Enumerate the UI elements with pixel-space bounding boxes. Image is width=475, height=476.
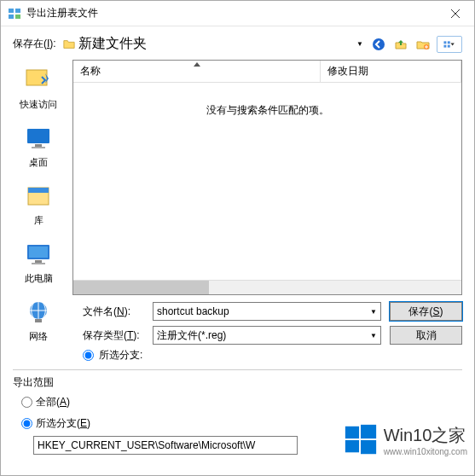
svg-rect-13 [35,144,42,147]
svg-rect-12 [27,129,49,143]
chevron-down-icon: ▼ [370,332,377,340]
save-form: 文件名(N): shortcut backup ▼ 保存(S) 保存类型(T):… [1,295,474,346]
svg-rect-16 [28,188,49,193]
file-list-pane: 名称 修改日期 没有与搜索条件匹配的项。 [72,60,462,295]
new-folder-icon [416,38,430,51]
cancel-button[interactable]: 取消 [390,326,462,345]
export-scope-group: 导出范围 全部(A) 所选分支(E) HKEY_CURRENT_USER\Sof… [1,370,474,463]
save-in-label: 保存在(I): [13,37,56,51]
svg-point-4 [373,38,385,50]
svg-rect-22 [35,319,42,322]
sidebar-item-libraries[interactable]: 库 [13,181,64,227]
svg-rect-18 [29,247,48,258]
svg-rect-9 [448,44,450,47]
sidebar-item-this-pc[interactable]: 此电脑 [13,239,64,285]
svg-rect-23 [345,427,358,438]
sidebar-item-network[interactable]: 网络 [13,297,64,343]
nav-toolbar [370,36,462,53]
quick-access-icon [23,65,54,96]
places-sidebar: 快速访问 桌面 库 此电脑 网络 [13,60,64,295]
desktop-icon [23,123,54,154]
svg-rect-20 [32,263,45,264]
file-list-body[interactable]: 没有与搜索条件匹配的项。 [73,83,461,280]
branch-path-input[interactable]: HKEY_CURRENT_USER\Software\Microsoft\W [33,436,298,455]
svg-rect-26 [361,440,376,454]
regedit-icon [8,7,21,20]
network-icon [23,297,54,328]
chevron-down-icon: ▼ [356,40,363,48]
watermark: Win10之家 www.win10xitong.com [343,422,467,458]
windows-logo-icon [343,422,379,458]
sidebar-item-desktop[interactable]: 桌面 [13,123,64,169]
column-modified[interactable]: 修改日期 [321,61,461,82]
export-scope-legend: 导出范围 [13,375,462,390]
up-button[interactable] [392,36,409,53]
svg-rect-0 [9,9,14,13]
svg-rect-3 [15,15,20,19]
filetype-dropdown[interactable]: 注册文件(*.reg) ▼ [153,326,381,345]
svg-rect-8 [448,41,450,44]
svg-rect-6 [443,41,446,44]
new-folder-button[interactable] [414,36,432,53]
sidebar-item-label: 快速访问 [20,98,57,111]
view-menu-icon [443,38,456,51]
view-menu-button[interactable] [437,36,462,53]
branch-indicator-row: 所选分支: [1,346,474,368]
titlebar: 导出注册表文件 [1,1,474,26]
svg-rect-2 [9,15,14,19]
svg-rect-7 [443,44,446,47]
sidebar-item-label: 库 [34,214,43,227]
sidebar-item-label: 此电脑 [25,272,53,285]
main-area: 快速访问 桌面 库 此电脑 网络 名称 修改日期 没有与搜索条件匹配的项。 [1,60,474,295]
svg-rect-25 [345,440,358,452]
window-title: 导出注册表文件 [26,6,436,20]
branch-radio-inline-label: 所选分支: [99,348,142,363]
close-icon [451,9,460,18]
svg-rect-24 [361,425,376,438]
watermark-title: Win10之家 [384,424,467,447]
save-button[interactable]: 保存(S) [390,302,462,321]
close-button[interactable] [436,1,474,26]
column-headers: 名称 修改日期 [73,61,461,83]
chevron-down-icon: ▼ [370,308,377,316]
sidebar-item-quick-access[interactable]: 快速访问 [13,65,64,111]
watermark-url: www.win10xitong.com [384,447,467,456]
filename-label: 文件名(N): [83,305,144,319]
empty-message: 没有与搜索条件匹配的项。 [206,103,329,118]
svg-rect-14 [32,147,45,148]
column-name[interactable]: 名称 [73,61,321,82]
filetype-label: 保存类型(T): [83,328,144,343]
sidebar-item-label: 桌面 [29,156,48,169]
svg-rect-19 [35,260,42,263]
radio-all-input[interactable] [21,397,32,408]
scrollbar-thumb[interactable] [73,281,209,294]
radio-all[interactable]: 全部(A) [21,395,462,409]
horizontal-scrollbar[interactable] [73,280,461,294]
back-icon [372,38,385,51]
radio-branch-input[interactable] [21,418,32,429]
sidebar-item-label: 网络 [29,330,48,343]
filename-input[interactable]: shortcut backup ▼ [153,302,381,321]
branch-radio-inline[interactable] [83,350,94,361]
back-button[interactable] [370,36,387,53]
folder-icon [63,38,75,50]
save-in-row: 保存在(I): 新建文件夹 ▼ [1,26,474,60]
up-icon [394,38,408,51]
svg-rect-1 [15,9,20,13]
this-pc-icon [23,239,54,270]
libraries-icon [23,181,54,212]
save-in-dropdown[interactable]: 新建文件夹 ▼ [63,35,363,53]
